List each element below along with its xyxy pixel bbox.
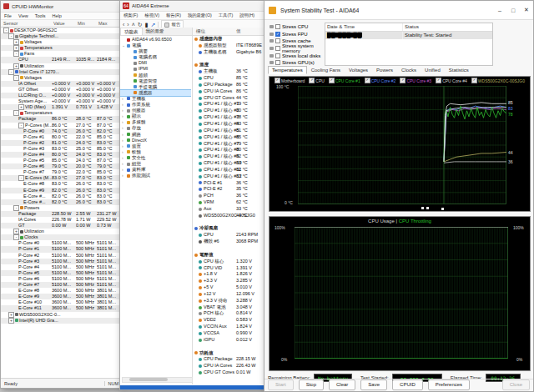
grid-row[interactable]: CPU #1 / 核心 #179 °C [193, 101, 267, 108]
table-row[interactable]: P-Core #180.0 °C22.0 °C85.0 °C [1, 134, 121, 140]
collapse-icon[interactable]: - [13, 205, 19, 211]
sidebar-item[interactable]: ›多媒體 [120, 119, 191, 125]
table-row[interactable]: GT Offset+0.000 V+0.000 V+0.000 V [1, 87, 121, 93]
table-row[interactable]: P-Core #65100 M...500 MHz5101 M... [1, 276, 121, 282]
tree-arrow-icon[interactable]: › [122, 96, 125, 102]
tab-statistics[interactable]: Statistics [445, 66, 473, 74]
tab-unified[interactable]: Unified [421, 66, 445, 74]
grid-row[interactable]: 功耗值 [193, 350, 267, 357]
grid-row[interactable]: CPU IA Cores226.43 W [193, 363, 267, 369]
table-row[interactable]: P-Core #05100 M...500 MHz5101 M... [1, 240, 121, 246]
aida64-titlebar[interactable]: 64 AIDA64 Extreme [120, 1, 268, 12]
table-row[interactable]: Package228.50 W2.55 W231.27 W [1, 211, 121, 217]
grid-row[interactable]: CPU #1 / 核心 #581 °C [193, 128, 267, 134]
aida-menu-3[interactable]: 我的最愛(O) [184, 13, 215, 18]
table-row[interactable]: P-Core #25100 M...500 MHz5101 M... [1, 253, 121, 259]
expand-icon[interactable]: + [18, 104, 24, 110]
table-row[interactable]: -Clocks [1, 234, 121, 240]
grid-row[interactable]: VBAT 電池3.048 V [193, 304, 267, 311]
table-row[interactable]: -Voltages [1, 75, 121, 81]
expand-icon[interactable]: + [8, 312, 14, 318]
table-row[interactable]: P-Core #779.0 °C22.0 °C85.0 °C [1, 169, 121, 175]
grid-row[interactable]: CPU #1 / 核心 #1182 °C [193, 167, 267, 173]
tree-arrow-icon[interactable]: › [122, 149, 125, 155]
legend-checkbox[interactable]: ✓ [309, 78, 315, 83]
sidebar-item[interactable]: ›網路 [120, 132, 191, 138]
table-row[interactable]: E-Core #...82.0 °C26.0 °C83.0 °C [1, 193, 121, 199]
table-row[interactable]: P-Core #55100 M...500 MHz5101 M... [1, 270, 121, 276]
grid-row[interactable]: CPU Package86 °C [193, 82, 267, 88]
hw-menu-help[interactable]: Help [49, 13, 65, 18]
grid-row[interactable]: iGPU0.012 V [193, 337, 267, 344]
hwmonitor-titlebar[interactable]: CPUID HWMonitor [1, 1, 121, 13]
log-row[interactable]: ██ ███ ██Stability Test: Started [325, 32, 492, 39]
hw-menu-view[interactable]: View [15, 13, 32, 18]
grid-row[interactable]: CPU #1 / 核心 #483 °C [193, 121, 267, 128]
sidebar-item[interactable]: ›顯示 [120, 113, 191, 119]
checkbox-stress-cpu[interactable] [275, 24, 280, 29]
table-row[interactable]: E-Core #883.0 °C26.0 °C83.0 °C [1, 181, 121, 187]
grid-row[interactable]: CPU GT Cores0.01 W [193, 369, 267, 376]
grid-row[interactable]: VCCIN Aux1.824 V [193, 324, 267, 330]
collapse-icon[interactable]: - [13, 51, 19, 57]
maximize-button[interactable]: □ [506, 1, 520, 19]
collapse-icon[interactable]: - [8, 69, 14, 75]
collapse-icon[interactable]: - [18, 123, 24, 128]
tree-arrow-icon[interactable]: › [122, 113, 125, 119]
table-row[interactable]: -E-Cores (M...83.0 °C27.0 °C83.0 °C [1, 175, 121, 181]
save-button[interactable]: Save [360, 379, 387, 390]
sidebar-item[interactable]: ›安全性 [120, 155, 191, 161]
collapse-icon[interactable]: - [18, 175, 24, 181]
minimize-button[interactable]: – [493, 1, 506, 19]
sidebar-item[interactable]: 電源管理 [120, 78, 191, 84]
table-row[interactable]: +Voltages [1, 39, 121, 45]
clear-button[interactable]: Clear [329, 379, 355, 390]
tree-arrow-icon[interactable]: › [122, 108, 125, 113]
grid-row[interactable]: VRM62 °C [193, 199, 267, 206]
cpuid-button[interactable]: CPUID [392, 379, 423, 390]
tree-arrow-icon[interactable]: › [122, 155, 125, 161]
grid-row[interactable]: CPU #1 / 核心 #280 °C [193, 108, 267, 114]
sidebar-item[interactable]: IPMI [120, 66, 191, 72]
table-row[interactable]: Package86.0 °C28.0 °C87.0 °C [1, 116, 121, 122]
tree-arrow-icon[interactable]: › [122, 173, 125, 178]
table-row[interactable]: P-Core #45100 M...500 MHz5101 M... [1, 264, 121, 270]
aida-menu-1[interactable]: 檢視(V) [141, 13, 163, 18]
table-row[interactable]: -P-Cores (M...86.0 °C27.0 °C87.0 °C [1, 123, 121, 128]
tree-arrow-icon[interactable]: › [122, 161, 125, 167]
table-row[interactable]: E-Core #103600 M...500 MHz3801 M... [1, 299, 121, 305]
grid-row[interactable]: 感應器內容 [193, 36, 267, 43]
sidebar-item[interactable]: ›軟體 [120, 149, 191, 155]
collapse-icon[interactable]: - [13, 234, 19, 240]
sidebar-item[interactable]: 摘要 [120, 48, 191, 54]
table-row[interactable]: System Age...+0.000 V+0.000 V+0.000 V [1, 98, 121, 104]
table-row[interactable]: +Temperatures [1, 45, 121, 51]
legend-checkbox[interactable]: ✓ [400, 78, 406, 83]
stop-button[interactable]: Stop [299, 379, 324, 390]
grid-row[interactable]: CPU Package228.15 W [193, 356, 267, 363]
checkbox-stress-fpu[interactable]: ✓ [275, 32, 280, 37]
grid-row[interactable]: CPU #1 / 核心 #982 °C [193, 153, 267, 160]
grid-row[interactable]: CPU 核心1.320 V [193, 259, 267, 265]
table-row[interactable]: P-Core #679.0 °C20.0 °C79.0 °C [1, 163, 121, 169]
table-row[interactable]: P-Core #074.0 °C26.0 °C82.0 °C [1, 128, 121, 134]
close-button[interactable]: ✕ [520, 1, 533, 19]
grid-row[interactable]: 主機板36 °C [193, 68, 267, 75]
legend-checkbox[interactable]: ✓ [329, 78, 335, 83]
expand-icon[interactable]: + [13, 63, 19, 69]
grid-row[interactable]: CPU #1 / 核心 #1283 °C [193, 173, 267, 180]
table-row[interactable]: +Intel(R) UHD Gra... [1, 318, 121, 324]
expand-icon[interactable]: + [13, 229, 19, 234]
collapse-icon[interactable]: - [8, 33, 14, 39]
table-row[interactable]: +VID (Max)1.391 V0.701 V1.428 V [1, 104, 121, 110]
grid-row[interactable]: CPU #1 / 核心 #880 °C [193, 147, 267, 153]
sidebar-item[interactable]: ›裝置 [120, 143, 191, 149]
tree-arrow-icon[interactable]: › [122, 138, 125, 143]
sidebar-item[interactable]: ›伺服器 [120, 108, 191, 113]
collapse-icon[interactable]: - [13, 110, 19, 116]
sidebar-item[interactable]: 手提電腦 [120, 84, 191, 90]
sidebar-item[interactable]: ›效能測試 [120, 173, 191, 178]
table-row[interactable]: P-Core #15100 M...500 MHz5101 M... [1, 246, 121, 252]
tree-arrow-icon[interactable]: › [122, 119, 125, 125]
table-row[interactable]: E-Core #113600 M...500 MHz3801 M... [1, 305, 121, 311]
